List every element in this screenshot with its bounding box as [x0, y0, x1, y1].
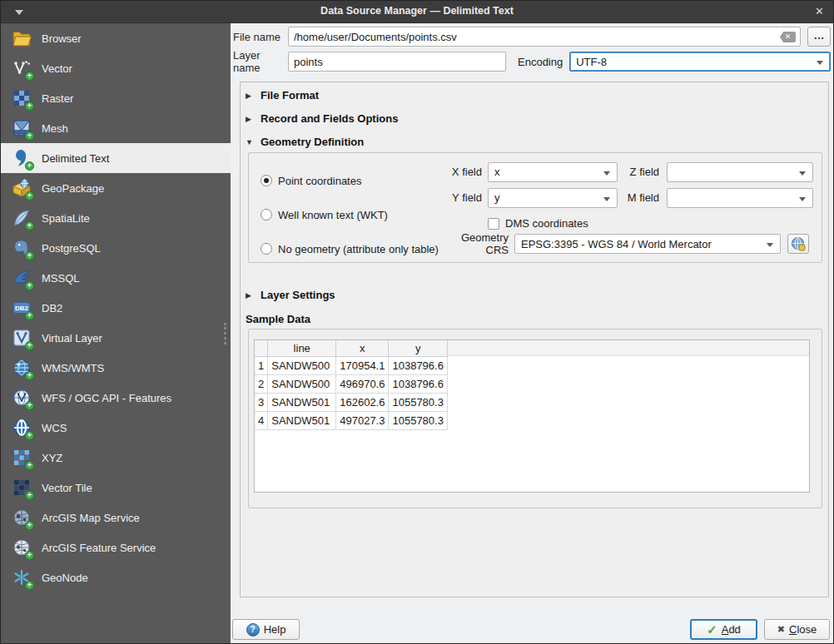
m-field-select[interactable]: [667, 188, 813, 208]
section-geometry-definition[interactable]: ▼ Geometry Definition: [246, 136, 364, 148]
geometry-definition-group: Point coordinates Well known text (WKT) …: [248, 152, 822, 263]
column-header-x[interactable]: x: [336, 340, 389, 356]
cell: SANDW501: [268, 393, 336, 411]
cell: 162602.6: [336, 393, 389, 411]
sidebar-item-geonode[interactable]: + GeoNode: [1, 562, 231, 592]
table-row[interactable]: 4 SANDW501 497027.3 1055780.3: [255, 411, 447, 429]
window-close-icon[interactable]: ✕: [815, 5, 824, 17]
help-icon: ?: [246, 623, 260, 637]
dms-coordinates-checkbox-row[interactable]: DMS coordinates: [444, 217, 813, 230]
cell: 170954.1: [336, 356, 389, 374]
sidebar-item-arcgis-feature-service[interactable]: + ArcGIS Feature Service: [1, 533, 231, 562]
z-field-select[interactable]: [667, 162, 813, 182]
sidebar-item-wms-wmts[interactable]: + WMS/WMTS: [1, 353, 231, 383]
sidebar-item-mssql[interactable]: + MSSQL: [1, 263, 231, 293]
y-field-select[interactable]: y: [488, 188, 618, 208]
sidebar-item-vector[interactable]: + Vector: [1, 53, 231, 83]
sidebar-item-delimited-text[interactable]: + Delimited Text: [1, 143, 231, 173]
close-button[interactable]: ✖ Close: [764, 619, 830, 640]
file-name-input[interactable]: /home/user/Documents/points.csv ✕: [288, 27, 801, 47]
m-field-label: M field: [618, 191, 667, 204]
sidebar-item-spatialite[interactable]: + SpatiaLite: [1, 203, 231, 233]
cell: 497027.3: [336, 411, 389, 429]
sidebar-item-browser[interactable]: Browser: [1, 23, 231, 53]
arcgis-globe-icon: +: [12, 508, 32, 528]
dialog-body: Browser + Vector + Raster +: [1, 23, 833, 643]
radio-icon[interactable]: [261, 175, 272, 186]
titlebar[interactable]: Data Source Manager — Delimited Text ✕: [1, 1, 833, 23]
column-header-y[interactable]: y: [389, 340, 447, 356]
table-header-row: line x y: [255, 340, 447, 356]
section-record-fields[interactable]: ▶ Record and Fields Options: [246, 112, 398, 125]
dropdown-arrow-icon: [603, 171, 610, 176]
add-badge-icon: +: [25, 401, 34, 410]
add-badge-icon: +: [25, 72, 34, 81]
sidebar-item-geopackage[interactable]: + GeoPackage: [1, 173, 231, 203]
encoding-select[interactable]: UTF-8: [569, 52, 831, 72]
x-field-label: X field: [444, 166, 488, 178]
table-row[interactable]: 1 SANDW500 170954.1 1038796.6: [255, 356, 447, 374]
browse-button[interactable]: …: [807, 27, 831, 47]
radio-icon[interactable]: [261, 243, 272, 255]
radio-icon[interactable]: [261, 209, 272, 220]
add-badge-icon: +: [25, 431, 34, 440]
table-row[interactable]: 2 SANDW500 496970.6 1038796.6: [255, 374, 447, 393]
close-x-icon: ✖: [777, 624, 785, 635]
sidebar-item-virtual-layer[interactable]: + Virtual Layer: [1, 323, 231, 353]
geopackage-box-globe-icon: +: [12, 178, 32, 198]
sample-data-table-viewport[interactable]: line x y 1 SANDW500 170954.1: [254, 339, 810, 493]
add-badge-icon: +: [25, 161, 34, 171]
select-crs-button[interactable]: [787, 234, 809, 254]
help-button[interactable]: ? Help: [232, 619, 300, 640]
xyz-grid-icon: +: [12, 448, 32, 468]
check-icon: ✓: [707, 623, 717, 636]
layer-name-label: Layer name: [233, 49, 288, 74]
column-header-line[interactable]: line: [268, 340, 336, 356]
add-badge-icon: +: [25, 131, 34, 141]
globe-wms-icon: +: [12, 358, 32, 378]
add-badge-icon: +: [25, 102, 34, 111]
cell: 1055780.3: [389, 393, 447, 411]
sidebar-item-wcs[interactable]: + WCS: [1, 413, 231, 443]
add-badge-icon: +: [25, 281, 34, 290]
x-field-select[interactable]: x: [488, 162, 618, 182]
sidebar-item-wfs-ogc-api-features[interactable]: + WFS / OGC API - Features: [1, 383, 231, 413]
section-file-format[interactable]: ▶ File Format: [246, 89, 319, 102]
collapsed-triangle-icon: ▶: [246, 92, 254, 100]
comma-icon: +: [12, 148, 32, 168]
collapsed-triangle-icon: ▶: [246, 291, 254, 300]
raster-checker-icon: +: [12, 88, 32, 108]
geometry-crs-select[interactable]: EPSG:3395 - WGS 84 / World Mercator: [514, 234, 781, 254]
source-type-sidebar: Browser + Vector + Raster +: [1, 23, 231, 643]
sql-server-sail-icon: +: [12, 268, 32, 288]
radio-no-geometry[interactable]: No geometry (attribute only table): [261, 242, 439, 255]
sidebar-item-xyz[interactable]: + XYZ: [1, 443, 231, 473]
sidebar-scroll-handle[interactable]: [224, 323, 226, 344]
add-badge-icon: +: [25, 581, 34, 590]
sidebar-item-vector-tile[interactable]: + Vector Tile: [1, 473, 231, 503]
radio-point-coordinates[interactable]: Point coordinates: [261, 174, 361, 187]
sidebar-item-arcgis-map-service[interactable]: + ArcGIS Map Service: [1, 503, 231, 533]
feather-icon: +: [12, 208, 32, 228]
add-button[interactable]: ✓ Add: [690, 619, 757, 640]
table-row[interactable]: 3 SANDW501 162602.6 1055780.3: [255, 393, 447, 411]
radio-well-known-text[interactable]: Well known text (WKT): [261, 208, 388, 221]
dropdown-arrow-icon: [799, 197, 806, 201]
cell: 1055780.3: [389, 411, 447, 429]
file-name-label: File name: [233, 31, 288, 43]
arcgis-feature-globe-icon: +: [12, 537, 32, 557]
add-badge-icon: +: [25, 311, 34, 320]
corner-header: [255, 340, 268, 356]
dropdown-arrow-icon: [817, 61, 823, 65]
clear-input-icon[interactable]: ✕: [780, 32, 796, 42]
elephant-icon: +: [12, 238, 32, 258]
section-layer-settings[interactable]: ▶ Layer Settings: [246, 289, 335, 301]
add-badge-icon: +: [25, 251, 34, 260]
sample-data-table: line x y 1 SANDW500 170954.1: [255, 340, 448, 430]
sidebar-item-db2[interactable]: DB2 + DB2: [1, 293, 231, 323]
sidebar-item-mesh[interactable]: + Mesh: [1, 113, 231, 143]
sidebar-item-raster[interactable]: + Raster: [1, 83, 231, 113]
checkbox-icon[interactable]: [488, 218, 499, 230]
sidebar-item-postgresql[interactable]: + PostgreSQL: [1, 233, 231, 263]
layer-name-input[interactable]: points: [288, 52, 506, 72]
